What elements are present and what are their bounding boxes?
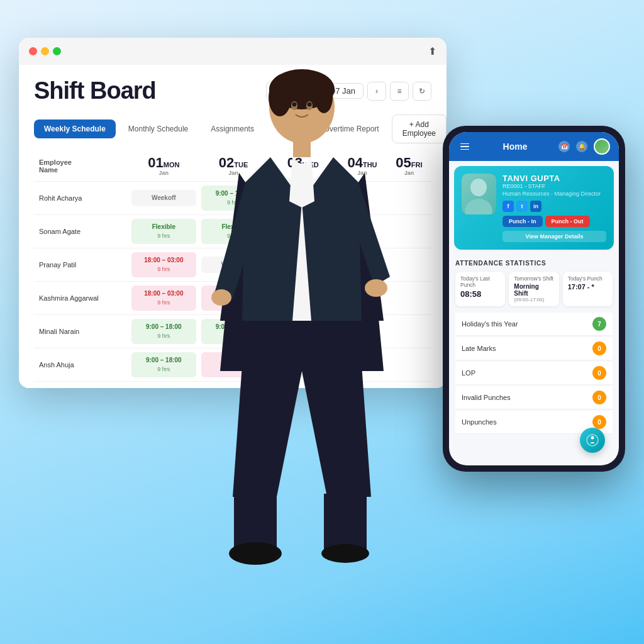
- day-col-04: 04THUJan: [338, 151, 387, 182]
- shift-cell[interactable]: Weekoff: [268, 315, 338, 348]
- profile-info: TANVI GUPTA RE0001 - STAFF Human Resourc…: [502, 174, 606, 242]
- employee-name: Rohit Acharya: [34, 182, 129, 215]
- browser-dots: [29, 47, 61, 55]
- schedule-table: EmployeeName 01MONJan 02TUEJan 03WEDJan …: [34, 151, 431, 382]
- list-item-label: LOP: [462, 369, 475, 377]
- filter-btn[interactable]: ≡: [390, 82, 409, 101]
- stat-today-punch: Today's Punch 17:07 - *: [563, 272, 613, 306]
- hamburger-icon[interactable]: [458, 141, 472, 153]
- list-items: Holiday's this Year 7 Late Marks 0 LOP 0…: [455, 313, 613, 434]
- shift-cell[interactable]: 9:00 – 18:009 hrs: [129, 348, 199, 382]
- list-item-label: Late Marks: [462, 345, 496, 352]
- day-col-02: 02TUEJan: [199, 151, 269, 182]
- shift-cell[interactable]: 9:00 – 18:009 hrs: [268, 182, 338, 215]
- app-title: Shift Board: [34, 77, 156, 104]
- employee-name: Ansh Ahuja: [34, 348, 129, 382]
- stat-value: Morning Shift: [514, 283, 553, 297]
- dot-red[interactable]: [29, 47, 37, 55]
- calendar-icon[interactable]: 📅: [558, 141, 570, 152]
- next-date-btn[interactable]: ›: [367, 82, 386, 101]
- tab-leaves[interactable]: Leaves: [267, 119, 311, 138]
- shift-cell: [387, 182, 431, 215]
- table-row: Ansh Ahuja 9:00 – 18:009 hrs Flexible9 h…: [34, 348, 431, 382]
- stat-label: Today's Last Punch: [460, 275, 500, 288]
- view-manager-button[interactable]: View Manager Details: [502, 231, 606, 242]
- table-row: Minali Narain 9:00 – 18:009 hrs 9:00 – 1…: [34, 315, 431, 348]
- browser-titlebar: ⬆: [19, 38, 447, 65]
- app-header: Shift Board ‹ 01 Jan – 07 Jan › ≡ ↻: [34, 77, 431, 104]
- app-content: Shift Board ‹ 01 Jan – 07 Jan › ≡ ↻ Week…: [19, 65, 447, 388]
- profile-name: TANVI GUPTA: [502, 174, 606, 183]
- list-item-label: Unpunches: [462, 418, 497, 426]
- punch-out-button[interactable]: Punch - Out: [545, 216, 590, 227]
- prev-date-btn[interactable]: ‹: [266, 82, 285, 101]
- shift-cell[interactable]: 9:00 – 18:009 hrs: [268, 348, 338, 382]
- badge: 0: [592, 415, 606, 429]
- shift-cell: [338, 182, 387, 215]
- tabs-row: Weekly Schedule Monthly Schedule Assignm…: [34, 114, 431, 143]
- list-item-label: Invalid Punches: [462, 394, 511, 401]
- bell-icon[interactable]: 🔔: [576, 141, 587, 152]
- employee-name: Kashmira Aggarwal: [34, 282, 129, 315]
- shift-cell[interactable]: Weekoff: [129, 182, 199, 215]
- linkedin-icon[interactable]: in: [530, 201, 541, 212]
- table-row: Sonam Agate Flexible9 hrs Flexible9 hrs: [34, 215, 431, 248]
- shift-cell[interactable]: 18:00 – 03:009 hrs: [199, 282, 269, 315]
- svg-point-0: [470, 179, 487, 196]
- tab-monthly-schedule[interactable]: Monthly Schedule: [118, 119, 198, 138]
- day-col-01: 01MONJan: [129, 151, 199, 182]
- shift-cell[interactable]: Flexible9 hrs: [129, 215, 199, 248]
- tab-overtime-report[interactable]: Overtime Report: [314, 119, 389, 138]
- refresh-btn[interactable]: ↻: [413, 82, 431, 101]
- shift-cell[interactable]: 9:00 – 18:009 hrs: [199, 182, 269, 215]
- list-item: Late Marks 0: [455, 337, 613, 360]
- shift-cell: [387, 215, 431, 248]
- shift-cell: [338, 315, 387, 348]
- avatar[interactable]: [594, 138, 610, 155]
- stat-label: Today's Punch: [568, 275, 608, 282]
- badge: 7: [592, 317, 606, 331]
- employee-name: Minali Narain: [34, 315, 129, 348]
- shift-cell: [387, 282, 431, 315]
- add-employee-button[interactable]: + Add Employee: [392, 114, 447, 143]
- phone-screen: Home 📅 🔔 TANVI GUPTA RE0001 - STAFF Huma…: [449, 132, 619, 465]
- stat-value: 08:58: [460, 289, 500, 299]
- date-range-display: 01 Jan – 07 Jan: [289, 83, 364, 99]
- shift-cell[interactable]: 9:00 – 18:009 hrs: [129, 315, 199, 348]
- dot-green[interactable]: [53, 47, 61, 55]
- list-item: Invalid Punches 0: [455, 386, 613, 409]
- shift-cell: [387, 248, 431, 282]
- share-icon[interactable]: ⬆: [428, 45, 436, 57]
- social-icons: f t in: [502, 201, 606, 212]
- phone-header-icons: 📅 🔔: [558, 138, 610, 155]
- employee-name: Pranay Patil: [34, 248, 129, 282]
- shift-cell[interactable]: 18:00 – 03:009 hrs: [129, 282, 199, 315]
- list-item: Holiday's this Year 7: [455, 313, 613, 336]
- punch-in-button[interactable]: Punch - In: [502, 216, 543, 227]
- day-col-05: 05FRIJan: [387, 151, 431, 182]
- stat-label: Tomorrow's Shift: [514, 275, 553, 282]
- date-nav: ‹ 01 Jan – 07 Jan › ≡ ↻: [266, 82, 431, 101]
- svg-point-1: [465, 199, 492, 214]
- shift-cell[interactable]: 9:00 – 18:009 hrs: [268, 282, 338, 315]
- dot-yellow[interactable]: [41, 47, 49, 55]
- fab-button[interactable]: [580, 428, 605, 453]
- shift-cell[interactable]: Flexible9 hrs: [199, 348, 269, 382]
- shift-cell: [387, 348, 431, 382]
- shift-cell[interactable]: 9:00 – 18:009 hrs: [199, 315, 269, 348]
- shift-cell[interactable]: 18:00 – 03:009 hrs: [129, 248, 199, 282]
- list-item: LOP 0: [455, 362, 613, 385]
- day-col-03: 03WEDJan: [268, 151, 338, 182]
- facebook-icon[interactable]: f: [502, 201, 514, 212]
- phone-header: Home 📅 🔔: [449, 132, 619, 161]
- shift-cell[interactable]: Flexible9 hrs: [199, 215, 269, 248]
- tab-weekly-schedule[interactable]: Weekly Schedule: [34, 119, 116, 138]
- tab-assignments[interactable]: Assignments: [201, 119, 264, 138]
- shift-cell[interactable]: Weekoff: [199, 248, 269, 282]
- shift-cell: [338, 282, 387, 315]
- shift-cell[interactable]: 18:00 – 03:009 hrs: [268, 248, 338, 282]
- svg-point-3: [591, 436, 594, 440]
- shift-cell: [338, 248, 387, 282]
- browser-window: ⬆ Shift Board ‹ 01 Jan – 07 Jan › ≡ ↻ We…: [19, 38, 447, 388]
- twitter-icon[interactable]: t: [516, 201, 528, 212]
